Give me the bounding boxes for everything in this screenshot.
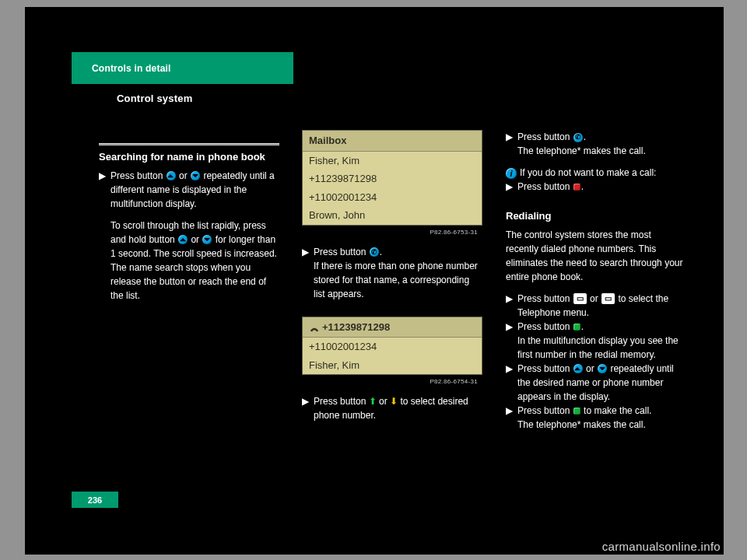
step-arrow-icon: ▶ [506,180,513,194]
screen1-partcode: P82.86-6753-31 [302,226,482,237]
button-down-icon: ⬇ [390,396,398,407]
step-arrow-icon: ▶ [99,169,106,211]
button-up-icon: ⏶ [573,364,583,373]
screen1-row: +11239871298 [303,170,482,188]
redial-heading: Redialing [506,209,686,223]
button-down-icon: ⏷ [598,364,607,373]
col3-call-made: The telephone* makes the call. [506,144,686,158]
screen1-title: Mailbox [303,131,482,152]
info-icon: i [506,168,517,179]
button-send-green-icon [573,324,580,331]
screen1-row: Fisher, Kim [303,152,482,170]
col2-step-select-text: Press button ✆. [314,245,482,259]
col1-hold-text: To scroll through the list rapidly, pres… [99,219,279,303]
col2-step-2-text: Press button ⬆ or ⬇ to select desired ph… [314,394,482,422]
screen2-row: Fisher, Kim [303,356,482,375]
col2-note-morenums: If there is more than one phone number s… [302,259,482,301]
phone-icon [309,323,320,332]
col3-step-r1: ▶ Press button ▭ or ▭ to select the Tele… [506,292,686,320]
col3-step-call: ▶ Press button ✆. [506,130,686,144]
step-arrow-icon: ▶ [506,320,513,334]
header-tab-label: Controls in detail [92,63,171,74]
button-end-red-icon [573,184,580,191]
button-call-receive-icon: ⏶ [167,171,176,180]
screen2-row: +11002001234 [303,338,482,356]
step-arrow-icon: ▶ [506,292,513,320]
col3-step-r2: ▶ Press button . [506,320,686,334]
col3-step-r4-text: Press button to make the call. [517,404,686,418]
screen2-partcode: P82.86-6754-31 [302,375,482,387]
button-menu-left-icon: ▭ [573,293,587,304]
redial-body: The control system stores the most recen… [506,228,686,284]
page-number: 236 [72,492,118,508]
col1-heading: Searching for name in phone book [99,150,279,164]
phonebook-screen-2: +11239871298 +11002001234 Fisher, Kim [302,317,482,376]
step-arrow-icon: ▶ [302,245,309,259]
phonebook-screen-1: Mailbox Fisher, Kim +11239871298 +110020… [302,130,482,226]
col3-step-call-text: Press button ✆. [517,130,686,144]
col3-step-close-text: Press button . [517,180,686,194]
page: Controls in detail Control system Search… [25,7,724,555]
col3-step-r1-text: Press button ▭ or ▭ to select the Teleph… [517,292,686,320]
button-call-end-icon: ⏷ [202,235,212,244]
col2-step-select: ▶ Press button ✆. [302,245,482,259]
page-subtitle: Control system [117,93,192,104]
button-call-end-icon: ⏷ [191,171,200,180]
col3-step-r3: ▶ Press button ⏶ or ⏷ repeatedly until t… [506,362,686,404]
col3-info-lead: iIf you do not want to make a call: [506,166,686,180]
screen2-title: +11239871298 [303,317,482,338]
col1-step-1: ▶ Press button ⏶ or ⏷ repeatedly until a… [99,169,279,211]
screen1-row: +11002001234 [303,188,482,207]
step-arrow-icon: ▶ [302,394,309,422]
button-send-icon: ✆ [573,133,583,142]
screen1-row: Brown, John [303,206,482,225]
column-1: Searching for name in phone book ▶ Press… [99,150,279,303]
column-2: Mailbox Fisher, Kim +11239871298 +110020… [302,130,482,422]
step-arrow-icon: ▶ [506,362,513,404]
column-3: ▶ Press button ✆. The telephone* makes t… [506,130,686,432]
step-arrow-icon: ▶ [506,404,513,418]
col3-step-r2-text: Press button . [517,320,686,334]
column-divider [99,144,279,145]
col3-step-r3-text: Press button ⏶ or ⏷ repeatedly until the… [517,362,686,404]
col1-step-1-text: Press button ⏶ or ⏷ repeatedly until a d… [110,169,279,211]
step-arrow-icon: ▶ [506,130,513,144]
col3-r2-result: In the multifunction display you see the… [506,334,686,362]
button-up-icon: ⬆ [369,396,377,407]
header-tab: Controls in detail [72,52,293,84]
col3-step-r4: ▶ Press button to make the call. [506,404,686,418]
col2-step-2: ▶ Press button ⬆ or ⬇ to select desired … [302,394,482,422]
button-call-receive-icon: ⏶ [178,235,188,244]
button-send-green-icon [573,408,580,415]
button-send-icon: ✆ [370,247,379,257]
col3-r4-result: The telephone* makes the call. [506,418,686,432]
button-menu-right-icon: ▭ [601,293,615,304]
col3-step-close: ▶ Press button . [506,180,686,194]
watermark: carmanualsonline.info [602,540,721,553]
